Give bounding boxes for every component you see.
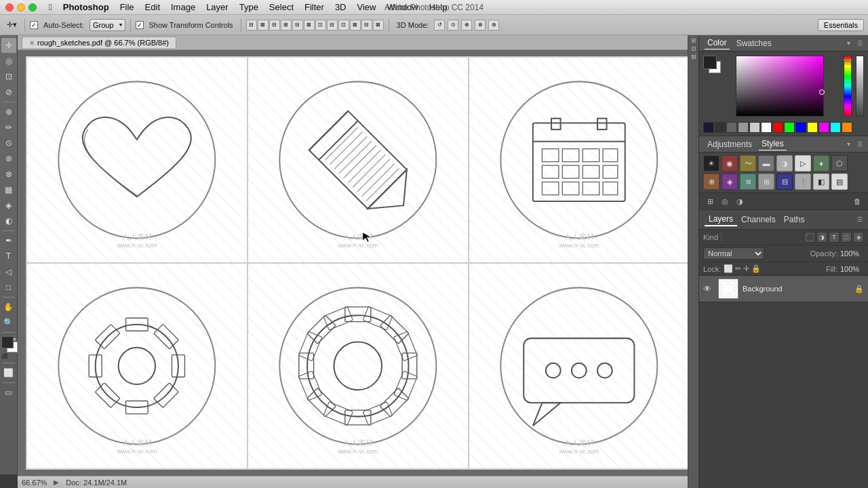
layer-lock-icon[interactable]: 🔒 bbox=[854, 285, 864, 293]
filter-pixel-icon[interactable]: ⬛ bbox=[804, 232, 815, 243]
menu-layer[interactable]: Layer bbox=[201, 1, 234, 14]
3d-rotate-icon[interactable]: ↺ bbox=[434, 20, 445, 30]
adjustment-vibrance-icon[interactable]: ♦ bbox=[813, 155, 829, 171]
align-right-icon[interactable]: ⊟ bbox=[269, 20, 280, 30]
auto-select-dropdown[interactable]: Group bbox=[90, 19, 125, 31]
healing-tool[interactable]: ⊕ bbox=[1, 104, 16, 119]
adjustment-exposure-icon[interactable]: ◑ bbox=[776, 155, 793, 171]
adjustment-colorbalance-icon[interactable]: ⊕ bbox=[703, 174, 719, 190]
adjustments-tab[interactable]: Adjustments bbox=[705, 138, 755, 150]
color-swatch[interactable] bbox=[761, 122, 772, 133]
filter-shape-icon[interactable]: □ bbox=[841, 232, 852, 243]
menu-edit[interactable]: Edit bbox=[140, 1, 165, 14]
blur-tool[interactable]: ◈ bbox=[1, 198, 16, 213]
add-mask-icon[interactable]: ◎ bbox=[718, 195, 732, 208]
layer-item-background[interactable]: 👁 Background 🔒 bbox=[699, 276, 868, 302]
adjustment-invert-icon[interactable]: ⊟ bbox=[776, 174, 793, 190]
layers-panel-menu-icon[interactable]: ☰ bbox=[857, 216, 863, 223]
move-tool-btn[interactable]: ✛▾ bbox=[4, 19, 20, 30]
color-swatch[interactable] bbox=[842, 122, 852, 133]
align-center-h-icon[interactable]: ⊠ bbox=[258, 20, 269, 30]
doc-close-icon[interactable]: ✕ bbox=[29, 39, 35, 47]
color-swatch[interactable] bbox=[795, 122, 806, 133]
filter-type-icon[interactable]: T bbox=[829, 232, 840, 243]
blend-mode-select[interactable]: Normal bbox=[703, 247, 764, 260]
menu-view[interactable]: View bbox=[352, 1, 382, 14]
delete-layer-icon[interactable]: 🗑 bbox=[850, 195, 864, 208]
adjustment-layer-icon[interactable]: ◑ bbox=[733, 195, 747, 208]
lock-position-icon[interactable]: ✛ bbox=[743, 264, 749, 273]
color-swatch[interactable] bbox=[726, 122, 737, 133]
distribute-right-icon[interactable]: ⊡ bbox=[338, 20, 349, 30]
opacity-value[interactable]: 100% bbox=[840, 249, 864, 258]
swatches-tab[interactable]: Swatches bbox=[734, 37, 774, 49]
3d-pan-icon[interactable]: ⊕ bbox=[461, 20, 472, 30]
lasso-tool[interactable]: ◎ bbox=[1, 54, 16, 68]
apple-menu[interactable]:  bbox=[43, 1, 58, 14]
adjustment-levels-icon[interactable]: ▬ bbox=[758, 155, 774, 171]
adjustment-wb-icon[interactable]: ▷ bbox=[795, 155, 811, 171]
color-swatch[interactable] bbox=[830, 122, 841, 133]
channels-tab[interactable]: Channels bbox=[737, 214, 780, 226]
hue-slider[interactable] bbox=[844, 56, 852, 117]
lock-all-icon[interactable]: 🔒 bbox=[751, 264, 761, 273]
distribute-top-icon[interactable]: ⊠ bbox=[350, 20, 361, 30]
create-group-icon[interactable]: ⊞ bbox=[703, 195, 717, 208]
menu-type[interactable]: Type bbox=[234, 1, 264, 14]
zoom-tool[interactable]: 🔍 bbox=[1, 315, 16, 330]
shape-tool[interactable]: □ bbox=[1, 280, 16, 295]
crop-tool[interactable]: ⊡ bbox=[1, 69, 16, 84]
color-panel-menu-icon[interactable]: ☰ bbox=[857, 40, 863, 47]
default-colors-icon[interactable]: ⬛ bbox=[1, 353, 8, 359]
lock-transparency-icon[interactable]: ⬜ bbox=[724, 264, 733, 273]
color-panel-collapse-icon[interactable]: ▾ bbox=[847, 39, 850, 47]
align-bottom-icon[interactable]: ⊠ bbox=[304, 20, 315, 30]
collapse-icon-1[interactable]: ⊞ bbox=[690, 38, 697, 43]
distribute-center-h-icon[interactable]: ⊟ bbox=[327, 20, 338, 30]
quick-mask-toggle[interactable]: ⬜ bbox=[1, 365, 16, 380]
menu-3d[interactable]: 3D bbox=[330, 1, 352, 14]
distribute-left-icon[interactable]: ⊡ bbox=[315, 20, 326, 30]
layer-visibility-icon[interactable]: 👁 bbox=[703, 284, 714, 293]
styles-tab[interactable]: Styles bbox=[759, 138, 787, 150]
menu-filter[interactable]: Filter bbox=[299, 1, 330, 14]
adjustment-threshold-icon[interactable]: ◧ bbox=[813, 174, 829, 190]
color-swatch[interactable] bbox=[818, 122, 829, 133]
path-tool[interactable]: ◁ bbox=[1, 264, 16, 279]
layers-tab[interactable]: Layers bbox=[705, 213, 737, 226]
foreground-color[interactable] bbox=[1, 336, 14, 348]
maximize-button[interactable] bbox=[28, 3, 37, 12]
clone-tool[interactable]: ⊙ bbox=[1, 136, 16, 150]
screen-mode-toggle[interactable]: ▭ bbox=[1, 385, 16, 400]
adj-panel-collapse-icon[interactable]: ▾ bbox=[847, 140, 850, 148]
adjustment-channelmix-icon[interactable]: ≋ bbox=[740, 174, 756, 190]
hand-tool[interactable]: ✋ bbox=[1, 300, 16, 314]
color-saturation-picker[interactable] bbox=[736, 56, 824, 117]
3d-slide-icon[interactable]: ⊗ bbox=[475, 20, 486, 30]
collapse-icon-2[interactable]: ⊟ bbox=[690, 46, 697, 52]
adjustment-colorlookup-icon[interactable]: ⊞ bbox=[758, 174, 774, 190]
type-tool[interactable]: T bbox=[1, 249, 16, 264]
gradient-tool[interactable]: ▦ bbox=[1, 182, 16, 197]
collapse-icon-3[interactable]: ⊠ bbox=[690, 54, 697, 60]
menu-select[interactable]: Select bbox=[264, 1, 299, 14]
menu-image[interactable]: Image bbox=[165, 1, 201, 14]
fill-value[interactable]: 100% bbox=[840, 265, 864, 273]
foreground-color-swatch[interactable] bbox=[703, 56, 717, 69]
show-transform-checkbox[interactable]: ✓ bbox=[136, 21, 144, 29]
color-swatch[interactable] bbox=[784, 122, 795, 133]
filter-adjust-icon[interactable]: ◑ bbox=[816, 232, 827, 243]
color-swatch[interactable] bbox=[807, 122, 818, 133]
color-swatch[interactable] bbox=[772, 122, 783, 133]
brush-tool[interactable]: ✏ bbox=[1, 120, 16, 135]
paths-tab[interactable]: Paths bbox=[780, 214, 809, 226]
align-left-icon[interactable]: ⊟ bbox=[246, 20, 257, 30]
dodge-tool[interactable]: ◐ bbox=[1, 214, 16, 228]
distribute-bottom-icon[interactable]: ⊠ bbox=[373, 20, 384, 30]
minimize-button[interactable] bbox=[17, 3, 25, 12]
essentials-dropdown[interactable]: Essentials bbox=[818, 19, 864, 31]
color-swatch[interactable] bbox=[715, 122, 726, 133]
status-arrow[interactable]: ▶ bbox=[54, 479, 59, 486]
lock-paint-icon[interactable]: ✏ bbox=[735, 264, 741, 273]
color-tab[interactable]: Color bbox=[705, 37, 730, 49]
